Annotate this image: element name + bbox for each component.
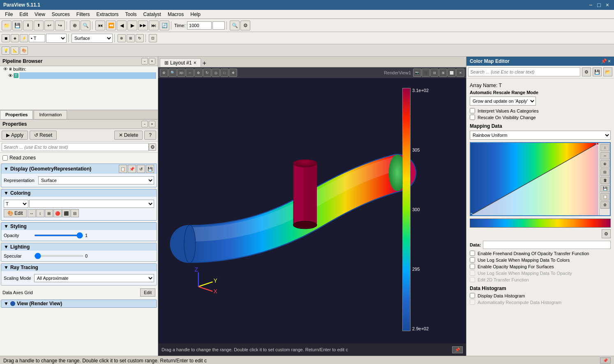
render-area[interactable]: ⊕ 🔍 3D ↔ ⊕ ↻ ◎ □ ✥ RenderView1 📷 🎥 ⊟ ⊞ ⬜… bbox=[158, 67, 466, 356]
disconnect-button[interactable]: ⬆ bbox=[34, 21, 44, 30]
first-frame-button[interactable]: ⏮ bbox=[95, 21, 105, 30]
reset-button[interactable]: ↺ Reset bbox=[30, 131, 57, 140]
rt-camera-a[interactable]: 📷 bbox=[413, 69, 421, 77]
rt-zoom[interactable]: ⊕ bbox=[194, 69, 203, 77]
layout-tab[interactable]: ⊞ Layout #1 × bbox=[160, 58, 201, 67]
prop-minimize-button[interactable]: − bbox=[141, 121, 148, 127]
color-map-edit-button[interactable]: 🎨 bbox=[20, 46, 28, 55]
grad-btn-5[interactable]: 🗑 bbox=[600, 177, 609, 184]
filters-button[interactable]: ◈ bbox=[11, 34, 19, 42]
cme-import-button[interactable]: 📂 bbox=[603, 67, 612, 76]
menu-extractors[interactable]: Extractors bbox=[93, 11, 122, 18]
reset-camera-button[interactable]: ⊕ bbox=[70, 21, 80, 30]
rt-pick[interactable]: ◎ bbox=[212, 69, 220, 77]
rotate-button[interactable]: ↻ bbox=[136, 34, 144, 42]
play-button[interactable]: ▶ bbox=[127, 21, 137, 30]
coloring-icon-1[interactable]: ↔ bbox=[28, 209, 36, 217]
rt-close[interactable]: ✕ bbox=[456, 69, 464, 77]
coloring-edit-button[interactable]: 🎨 Edit bbox=[4, 209, 27, 217]
rt-split-v[interactable]: ⊞ bbox=[439, 69, 447, 77]
open-file-button[interactable]: 📁 bbox=[2, 21, 12, 30]
status-dismiss-button[interactable]: 📌 bbox=[600, 357, 611, 364]
layout-tab-close[interactable]: × bbox=[194, 60, 196, 66]
coloring-icon-5[interactable]: ⬛ bbox=[62, 209, 70, 217]
sources-button[interactable]: ◼ bbox=[2, 34, 10, 42]
minimize-button[interactable]: − bbox=[587, 2, 594, 8]
rt-split-h[interactable]: ⊟ bbox=[430, 69, 439, 77]
zoom-button[interactable]: 🔍 bbox=[81, 21, 90, 30]
apply-button[interactable]: ▶ Apply bbox=[2, 131, 28, 140]
data-axes-edit-button[interactable]: Edit bbox=[140, 288, 155, 297]
display-copy-button[interactable]: 📋 bbox=[119, 165, 127, 173]
rt-roll[interactable]: ↻ bbox=[203, 69, 211, 77]
menu-tools[interactable]: Tools bbox=[122, 11, 140, 18]
cme-pin-button[interactable]: 📌 bbox=[601, 58, 607, 64]
zoom-region-button[interactable]: ⊞ bbox=[127, 34, 135, 42]
menu-file[interactable]: File bbox=[2, 11, 16, 18]
settings-button[interactable]: ⚙ bbox=[240, 21, 250, 30]
search-toolbar-button[interactable]: 🔍 bbox=[230, 21, 240, 30]
coloring-icon-3[interactable]: ⊞ bbox=[45, 209, 53, 217]
add-layout-button[interactable]: + bbox=[201, 60, 208, 67]
maximize-button[interactable]: □ bbox=[596, 2, 602, 8]
grad-btn-3[interactable]: ⊕ bbox=[600, 160, 609, 168]
status-pin-button[interactable]: 📌 bbox=[452, 346, 463, 353]
scaling-mode-select[interactable]: All Approximate bbox=[34, 274, 154, 282]
cme-settings-button[interactable]: ⚙ bbox=[582, 67, 591, 76]
log-scale-opacity-checkbox[interactable] bbox=[470, 270, 475, 276]
cme-search-input[interactable] bbox=[468, 67, 580, 76]
display-save-button[interactable]: 💾 bbox=[146, 165, 154, 173]
display-histogram-checkbox[interactable] bbox=[470, 293, 475, 298]
representation-select[interactable]: Surface bbox=[72, 34, 113, 43]
pipeline-settings-button[interactable]: − bbox=[141, 58, 148, 65]
auto-recompute-checkbox[interactable] bbox=[470, 299, 475, 305]
save-button[interactable]: 💾 bbox=[12, 21, 22, 30]
connect-button[interactable]: ⬇ bbox=[23, 21, 33, 30]
coloring-array-select[interactable]: T bbox=[4, 200, 28, 208]
array-name-input[interactable] bbox=[29, 34, 45, 42]
delete-button[interactable]: ✕ Delete bbox=[114, 131, 143, 140]
coloring-component-select[interactable] bbox=[29, 200, 154, 208]
coloring-icon-6[interactable]: ⊟ bbox=[71, 209, 79, 217]
last-frame-button[interactable]: ⏭ bbox=[149, 21, 159, 30]
cme-close-button[interactable]: × bbox=[608, 58, 611, 64]
grad-btn-6[interactable]: 💾 bbox=[600, 185, 609, 192]
rt-camera-b[interactable]: 🎥 bbox=[422, 69, 430, 77]
reset-view-button[interactable]: ⊡ bbox=[149, 34, 157, 42]
properties-search-input[interactable] bbox=[2, 143, 149, 151]
pipeline-tree-item[interactable]: 👁 T bbox=[7, 72, 158, 79]
interact-button[interactable]: ⊕ bbox=[118, 34, 126, 42]
read-zones-checkbox[interactable] bbox=[2, 155, 8, 161]
light-kit-button[interactable]: 💡 bbox=[2, 46, 10, 55]
rescale-visibility-checkbox[interactable] bbox=[470, 115, 475, 120]
specular-slider[interactable] bbox=[34, 255, 83, 257]
prev-frame-button[interactable]: ⏪ bbox=[106, 21, 116, 30]
coloring-icon-2[interactable]: ↕ bbox=[36, 209, 44, 217]
data-input[interactable] bbox=[483, 241, 611, 249]
menu-sources[interactable]: Sources bbox=[48, 11, 73, 18]
representation-value-select[interactable]: Surface bbox=[38, 176, 154, 184]
opacity-mapping-checkbox[interactable] bbox=[470, 264, 475, 269]
menu-edit[interactable]: Edit bbox=[16, 11, 31, 18]
macro-button[interactable]: ⚡ bbox=[20, 34, 28, 42]
component-select[interactable] bbox=[46, 34, 67, 43]
strip-settings-button[interactable]: ⚙ bbox=[602, 229, 611, 238]
rescale-mode-select[interactable]: Grow and update on 'Apply' bbox=[470, 97, 536, 106]
interpret-categories-checkbox[interactable] bbox=[470, 108, 475, 113]
grad-btn-4[interactable]: ⊟ bbox=[600, 168, 609, 176]
menu-catalyst[interactable]: Catalyst bbox=[140, 11, 164, 18]
help-button[interactable]: ? bbox=[144, 131, 156, 140]
menu-macros[interactable]: Macros bbox=[164, 11, 187, 18]
freehand-checkbox[interactable] bbox=[470, 251, 475, 256]
time-input[interactable] bbox=[187, 21, 212, 30]
grad-btn-2[interactable]: ↔ bbox=[600, 152, 609, 159]
pipeline-close-button[interactable]: × bbox=[149, 58, 155, 65]
tab-properties[interactable]: Properties bbox=[0, 110, 33, 119]
time-step-input[interactable] bbox=[212, 21, 225, 30]
menu-help[interactable]: Help bbox=[187, 11, 204, 18]
prop-close-button[interactable]: × bbox=[149, 121, 155, 127]
close-button[interactable]: × bbox=[604, 2, 611, 8]
back-button[interactable]: ◀ bbox=[117, 21, 127, 30]
coloring-icon-4[interactable]: 🔴 bbox=[53, 209, 62, 217]
redo-button[interactable]: ↪ bbox=[55, 21, 65, 30]
